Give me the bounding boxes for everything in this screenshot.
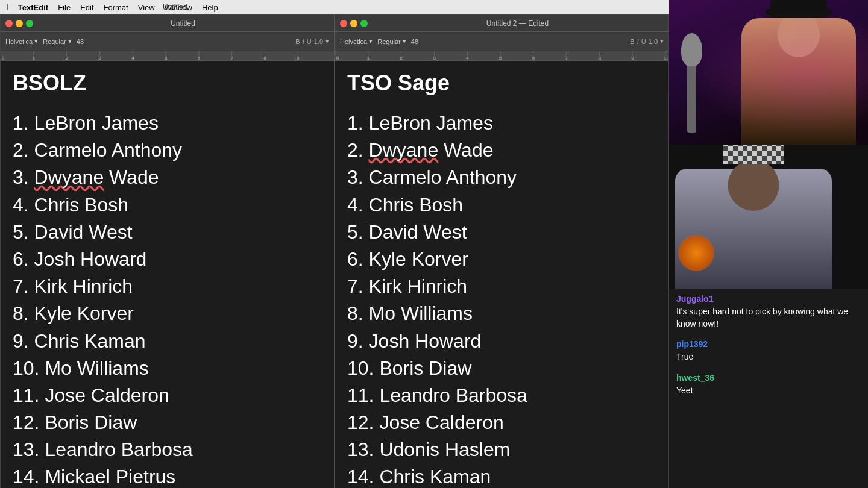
close-button-left[interactable] xyxy=(5,20,13,27)
list-item: 13. Udonis Haslem xyxy=(347,437,656,463)
chat-message: pip1392 True xyxy=(676,339,861,363)
webcam-bottom-bg xyxy=(669,145,868,289)
list-item: 4. Chris Bosh xyxy=(347,192,656,218)
player-list-left: 1. LeBron James2. Carmelo Anthony3. Dwya… xyxy=(13,110,322,488)
list-item: 9. Chris Kaman xyxy=(13,328,322,354)
webcam-top-bg xyxy=(669,0,868,145)
svg-text:9: 9 xyxy=(297,55,300,61)
list-item: 2. Dwyane Wade xyxy=(347,137,656,163)
list-item: 5. David West xyxy=(347,219,656,245)
list-item: 14. Chris Kaman xyxy=(347,464,656,488)
list-item: 4. Chris Bosh xyxy=(13,192,322,218)
svg-text:10: 10 xyxy=(664,55,668,61)
list-item: 12. Jose Calderon xyxy=(347,410,656,436)
editors-area:  TextEdit File Edit Format View Window … xyxy=(0,0,669,488)
chat-text: It's super hard not to pick by knowing w… xyxy=(676,306,861,330)
checkered-hat xyxy=(723,145,784,164)
list-item: 8. Mo Williams xyxy=(347,301,656,327)
chat-username: hwest_36 xyxy=(676,373,861,383)
webcam-bottom xyxy=(669,145,868,289)
menu-bar:  TextEdit File Edit Format View Window … xyxy=(0,0,669,14)
doc-title-right: TSO Sage xyxy=(347,70,656,96)
misspelled-word: Dwyane xyxy=(34,166,104,188)
svg-rect-21 xyxy=(335,51,668,61)
svg-text:4: 4 xyxy=(466,55,469,61)
svg-text:5: 5 xyxy=(499,55,502,61)
svg-text:6: 6 xyxy=(198,55,201,61)
text-content-left[interactable]: BSOLZ 1. LeBron James2. Carmelo Anthony3… xyxy=(1,61,334,488)
maximize-button-right[interactable] xyxy=(360,20,368,27)
orange-orb xyxy=(678,235,714,271)
window-title-menubar: Untitled xyxy=(163,3,187,11)
list-item: 3. Carmelo Anthony xyxy=(347,164,656,190)
close-button-right[interactable] xyxy=(340,20,347,27)
font-style-left[interactable]: Regular ▾ xyxy=(43,37,72,45)
svg-text:9: 9 xyxy=(631,55,634,61)
svg-text:7: 7 xyxy=(231,55,234,61)
font-style-right[interactable]: Regular ▾ xyxy=(377,37,406,45)
chat-username: Juggalo1 xyxy=(676,294,861,304)
ruler-right: 0 1 2 3 4 5 6 7 xyxy=(335,51,668,61)
list-item: 12. Boris Diaw xyxy=(13,410,322,436)
windows-container: Untitled Helvetica ▾ Regular ▾ 48 B I U xyxy=(0,14,669,488)
svg-text:6: 6 xyxy=(532,55,535,61)
face-bottom xyxy=(728,160,779,211)
toolbar-buttons-left: B I U 1.0 ▾ xyxy=(295,37,329,45)
window-title-right: Untitled 2 — Edited xyxy=(371,19,664,28)
svg-text:3: 3 xyxy=(433,55,436,61)
list-item: 5. David West xyxy=(13,219,322,245)
webcam-top xyxy=(669,0,868,145)
svg-text:4: 4 xyxy=(131,55,134,61)
player-list-right: 1. LeBron James2. Dwyane Wade3. Carmelo … xyxy=(347,110,656,488)
font-family-right[interactable]: Helvetica ▾ xyxy=(340,37,373,45)
toolbar-left: Helvetica ▾ Regular ▾ 48 B I U 1.0 ▾ xyxy=(1,32,334,51)
svg-text:1: 1 xyxy=(33,55,36,61)
svg-text:2: 2 xyxy=(66,55,69,61)
menu-help[interactable]: Help xyxy=(202,3,218,12)
svg-text:3: 3 xyxy=(98,55,101,61)
maximize-button-left[interactable] xyxy=(26,20,33,27)
menu-format[interactable]: Format xyxy=(104,3,128,12)
svg-text:0: 0 xyxy=(336,55,339,61)
font-size-right[interactable]: 48 xyxy=(411,38,418,45)
doc-title-left: BSOLZ xyxy=(13,70,322,96)
list-item: 7. Kirk Hinrich xyxy=(347,274,656,299)
list-item: 9. Josh Howard xyxy=(347,328,656,354)
toolbar-right: Helvetica ▾ Regular ▾ 48 B I U 1.0 ▾ xyxy=(335,32,668,51)
chat-message: Juggalo1 It's super hard not to pick by … xyxy=(676,294,861,330)
ruler-left: 0 1 2 3 4 5 6 7 xyxy=(1,51,334,61)
svg-rect-0 xyxy=(1,51,334,61)
svg-text:1: 1 xyxy=(367,55,370,61)
chat-username: pip1392 xyxy=(676,339,861,349)
list-item: 1. LeBron James xyxy=(13,110,322,136)
menu-view[interactable]: View xyxy=(138,3,155,12)
list-item: 1. LeBron James xyxy=(347,110,656,136)
right-panel: Juggalo1 It's super hard not to pick by … xyxy=(669,0,868,488)
svg-text:2: 2 xyxy=(400,55,403,61)
font-family-left[interactable]: Helvetica ▾ xyxy=(5,37,38,45)
chat-text: Yeet xyxy=(676,385,861,397)
list-item: 2. Carmelo Anthony xyxy=(13,137,322,163)
list-item: 3. Dwyane Wade xyxy=(13,164,322,190)
chat-message: hwest_36 Yeet xyxy=(676,373,861,397)
list-item: 14. Mickael Pietrus xyxy=(13,464,322,488)
menu-file[interactable]: File xyxy=(58,3,71,12)
app-name[interactable]: TextEdit xyxy=(18,3,48,12)
list-item: 11. Leandro Barbosa xyxy=(347,383,656,408)
chat-text: True xyxy=(676,351,861,363)
apple-menu[interactable]:  xyxy=(5,2,8,13)
list-item: 6. Kyle Korver xyxy=(347,246,656,272)
text-content-right[interactable]: TSO Sage 1. LeBron James2. Dwyane Wade3.… xyxy=(335,61,668,488)
toolbar-buttons-right: B I U 1.0 ▾ xyxy=(630,37,664,45)
svg-text:7: 7 xyxy=(565,55,568,61)
font-size-left[interactable]: 48 xyxy=(77,38,84,45)
chat-section: Juggalo1 It's super hard not to pick by … xyxy=(669,289,868,488)
menu-edit[interactable]: Edit xyxy=(80,3,93,12)
minimize-button-right[interactable] xyxy=(350,20,357,27)
svg-text:8: 8 xyxy=(598,55,601,61)
svg-text:5: 5 xyxy=(165,55,168,61)
window-title-left: Untitled xyxy=(37,19,329,28)
pink-light xyxy=(669,0,868,145)
traffic-lights-left xyxy=(5,20,33,27)
minimize-button-left[interactable] xyxy=(16,20,23,27)
